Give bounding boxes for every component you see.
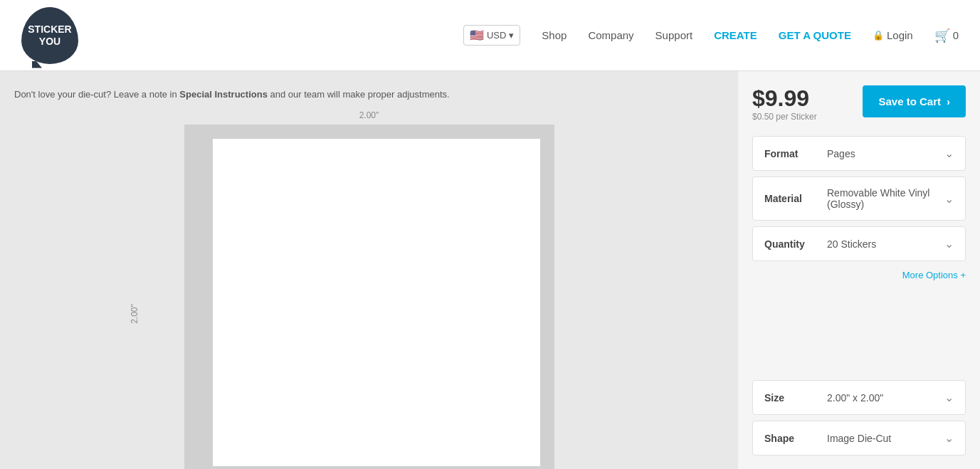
price-main: $9.99 [752, 85, 817, 112]
nav-create[interactable]: CREATE [714, 29, 757, 41]
format-label: Format [764, 148, 821, 159]
currency-label: USD [487, 30, 506, 41]
shape-value: Image Die-Cut [827, 433, 944, 444]
quantity-dropdown[interactable]: Quantity 20 Stickers ⌄ [752, 226, 966, 261]
main-content: Don't love your die-cut? Leave a note in… [0, 71, 980, 469]
canvas-area: Don't love your die-cut? Leave a note in… [0, 71, 738, 469]
logo-line2: YOU [39, 36, 60, 48]
logo-area: STICKER YOU [21, 7, 78, 64]
save-button-label: Save to Cart [878, 95, 941, 107]
cart-count: 0 [953, 29, 959, 41]
format-dropdown[interactable]: Format Pages ⌄ [752, 136, 966, 171]
info-text-before: Don't love your die-cut? [14, 89, 111, 100]
material-chevron-icon: ⌄ [944, 192, 954, 206]
shape-chevron-icon: ⌄ [944, 431, 954, 445]
format-value: Pages [827, 148, 944, 159]
format-chevron-icon: ⌄ [944, 147, 954, 160]
special-instructions-highlight: Special Instructions [179, 89, 268, 100]
spacer [752, 295, 966, 380]
size-value: 2.00" x 2.00" [827, 392, 944, 404]
quantity-label: Quantity [764, 238, 821, 250]
size-chevron-icon: ⌄ [944, 391, 954, 404]
lock-icon: 🔒 [873, 30, 884, 41]
nav-login[interactable]: 🔒 Login [873, 29, 913, 41]
canvas-wrapper: 2.00" [184, 125, 554, 469]
price-per-sticker: $0.50 per Sticker [752, 112, 817, 122]
info-text-after: and our team will make proper adjustment… [270, 89, 450, 100]
right-panel: $9.99 $0.50 per Sticker Save to Cart › F… [738, 71, 980, 469]
material-label: Material [764, 193, 821, 204]
dimension-top: 2.00" [359, 110, 379, 120]
size-label: Size [764, 392, 821, 404]
nav-get-quote[interactable]: GET A QUOTE [779, 29, 851, 41]
currency-chevron-icon: ▾ [509, 30, 514, 41]
price-area: $9.99 $0.50 per Sticker Save to Cart › [752, 85, 966, 122]
login-label: Login [887, 29, 913, 41]
cart-area[interactable]: 🛒 0 [934, 28, 959, 43]
logo[interactable]: STICKER YOU [21, 7, 78, 64]
currency-selector[interactable]: 🇺🇸 USD ▾ [463, 25, 520, 46]
more-options-link[interactable]: More Options + [752, 267, 966, 283]
dimension-left: 2.00" [130, 304, 139, 324]
shape-dropdown[interactable]: Shape Image Die-Cut ⌄ [752, 421, 966, 455]
info-text-middle: Leave a note in [114, 89, 180, 100]
shape-label: Shape [764, 433, 821, 444]
size-dropdown[interactable]: Size 2.00" x 2.00" ⌄ [752, 380, 966, 415]
canvas-container: 2.00" 2.00" [14, 110, 724, 469]
tool-buttons: ⊙ Upload 🖼 Add Art A Add Text ✦ Canvas ▱… [752, 461, 966, 469]
cart-icon: 🛒 [934, 28, 950, 43]
flag-icon: 🇺🇸 [470, 28, 484, 42]
info-bar: Don't love your die-cut? Leave a note in… [14, 85, 724, 103]
save-arrow-icon: › [947, 95, 950, 107]
quantity-chevron-icon: ⌄ [944, 237, 954, 251]
price-info: $9.99 $0.50 per Sticker [752, 85, 817, 122]
quantity-value: 20 Stickers [827, 238, 944, 250]
logo-line1: STICKER [28, 23, 71, 36]
material-dropdown[interactable]: Material Removable White Vinyl (Glossy) … [752, 176, 966, 221]
save-to-cart-button[interactable]: Save to Cart › [863, 85, 966, 117]
main-nav: 🇺🇸 USD ▾ Shop Company Support CREATE GET… [463, 25, 959, 46]
sticker-canvas[interactable] [213, 139, 540, 466]
nav-shop[interactable]: Shop [542, 29, 567, 41]
nav-support[interactable]: Support [655, 29, 693, 41]
nav-company[interactable]: Company [588, 29, 633, 41]
material-value: Removable White Vinyl (Glossy) [827, 187, 944, 210]
header: STICKER YOU 🇺🇸 USD ▾ Shop Company Suppor… [0, 0, 980, 71]
